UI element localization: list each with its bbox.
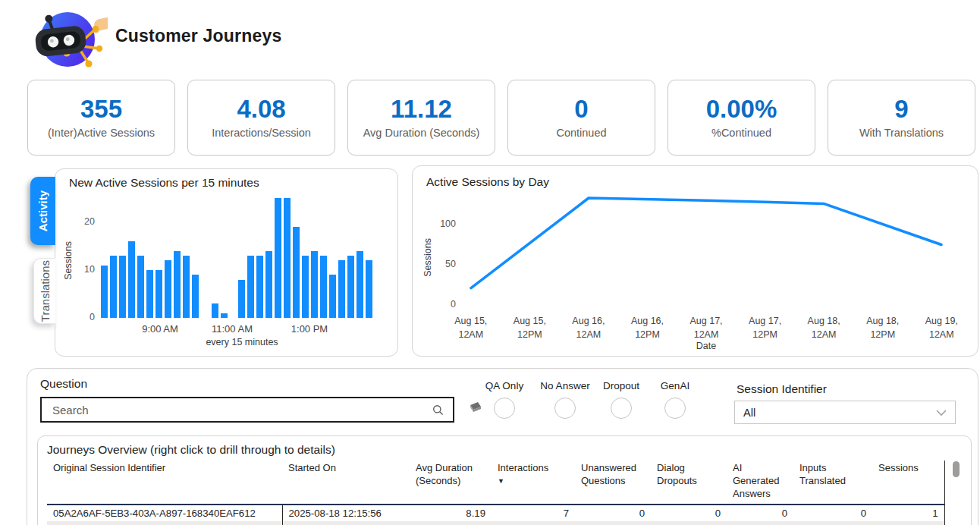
- toggle-no-answer: No Answer: [535, 380, 595, 419]
- bar-chart-bar[interactable]: [357, 251, 363, 318]
- table-cell[interactable]: 1: [872, 521, 944, 525]
- tab-translations[interactable]: Translations: [33, 258, 55, 324]
- bar-chart-bar[interactable]: [119, 256, 126, 318]
- bar-chart-bar[interactable]: [329, 275, 336, 318]
- kpi-value: 0: [574, 96, 588, 121]
- table-vertical-scrollbar[interactable]: [953, 461, 960, 477]
- bar-chart-bar[interactable]: [247, 256, 254, 318]
- bar-chart-bar[interactable]: [366, 260, 372, 318]
- tab-activity[interactable]: Activity: [30, 177, 55, 245]
- page-title: Customer Journeys: [115, 26, 281, 46]
- bar-chart-bar[interactable]: [137, 256, 144, 318]
- bar-chart-y-tick: 0: [75, 312, 95, 322]
- toggle-label: GenAI: [661, 380, 689, 391]
- toggle-dropout: Dropout: [591, 380, 652, 419]
- filters-panel: Question QA OnlyNo AnswerDropoutGenAI Se…: [27, 368, 978, 525]
- column-header[interactable]: Original Session Identifier: [47, 461, 282, 505]
- table-cell[interactable]: 0: [793, 505, 872, 521]
- column-header[interactable]: Inputs Translated: [793, 461, 872, 505]
- column-header[interactable]: Unanswered Questions: [575, 461, 651, 505]
- table-cell[interactable]: 7.98: [410, 521, 492, 525]
- column-header[interactable]: Sessions: [872, 461, 944, 505]
- bar-chart-bar[interactable]: [293, 227, 300, 318]
- bar-chart-bar[interactable]: [212, 303, 218, 318]
- line-chart-x-tick: Aug 17, 12AM: [677, 314, 736, 341]
- bar-chart-bar[interactable]: [165, 260, 171, 318]
- bar-chart-bar[interactable]: [146, 270, 153, 318]
- bar-chart-y-axis-title: Sessions: [63, 241, 74, 280]
- column-header-label: Unanswered Questions: [581, 462, 636, 486]
- bar-chart-bar[interactable]: [221, 313, 228, 318]
- table-cell[interactable]: 0: [727, 521, 793, 525]
- radio-button-icon[interactable]: [664, 398, 686, 419]
- line-chart-y-tick: 50: [434, 259, 456, 269]
- kpi-card-4[interactable]: 0Continued: [507, 80, 655, 156]
- sort-descending-icon[interactable]: ▼: [498, 477, 569, 486]
- toggle-label: Dropout: [603, 380, 639, 391]
- table-cell[interactable]: 2025-08-18 08:16:56: [282, 521, 410, 525]
- radio-button-icon[interactable]: [554, 398, 576, 419]
- bar-chart-bar[interactable]: [256, 256, 263, 318]
- bar-chart-bar[interactable]: [183, 256, 190, 318]
- bar-chart-bar[interactable]: [284, 198, 291, 318]
- search-input[interactable]: [42, 404, 432, 417]
- bar-chart-bar[interactable]: [174, 251, 181, 318]
- column-header[interactable]: Started On: [282, 461, 410, 505]
- kpi-card-3[interactable]: 11.12Avg Duration (Seconds): [347, 80, 495, 156]
- table-cell[interactable]: 0E876E30-0EEE-4201-B1DD-BBE779FED6CD: [47, 521, 282, 525]
- journeys-table: Original Session IdentifierStarted OnAvg…: [47, 461, 945, 525]
- bar-chart-bar[interactable]: [110, 256, 117, 318]
- table-cell[interactable]: 2025-08-18 12:15:56: [282, 505, 410, 521]
- table-cell[interactable]: 05A2A6AF-5EB3-403A-A897-168340EAF612: [47, 505, 282, 521]
- table-cell[interactable]: 1: [872, 505, 944, 521]
- column-header[interactable]: AI Generated Answers: [727, 461, 793, 505]
- bar-chart-bar[interactable]: [275, 198, 281, 318]
- kpi-card-2[interactable]: 4.08Interactions/Session: [187, 80, 335, 156]
- line-chart-x-tick: Aug 17, 12PM: [736, 314, 795, 341]
- bar-chart-bar[interactable]: [347, 256, 354, 318]
- kpi-row: 355(Inter)Active Sessions4.08Interaction…: [27, 80, 975, 156]
- chevron-down-icon: [935, 409, 947, 417]
- bar-chart-x-tick: 11:00 AM: [212, 322, 253, 337]
- kpi-card-1[interactable]: 355(Inter)Active Sessions: [27, 80, 175, 156]
- table-cell[interactable]: 0: [793, 521, 872, 525]
- table-cell[interactable]: 1: [575, 521, 651, 525]
- radio-button-icon[interactable]: [494, 398, 515, 419]
- bar-chart-bar[interactable]: [155, 270, 162, 318]
- table-cell[interactable]: 0: [575, 505, 651, 521]
- line-chart-y-tick: 0: [434, 299, 456, 310]
- session-identifier-dropdown[interactable]: All: [734, 401, 956, 424]
- column-header[interactable]: Interactions▼: [492, 461, 575, 505]
- bar-chart-bar[interactable]: [311, 251, 318, 318]
- column-header-label: Started On: [288, 462, 336, 473]
- line-chart-x-tick: Aug 18, 12PM: [853, 314, 912, 341]
- bar-chart-y-tick: 20: [75, 216, 95, 227]
- bar-chart-bar[interactable]: [265, 251, 272, 318]
- table-cell[interactable]: 0: [651, 505, 727, 521]
- table-header-row: Original Session IdentifierStarted OnAvg…: [47, 461, 944, 505]
- column-header[interactable]: Dialog Dropouts: [651, 461, 727, 505]
- line-chart-series[interactable]: [471, 198, 941, 288]
- kpi-value: 0.00%: [706, 96, 777, 121]
- bar-chart-bar[interactable]: [302, 256, 309, 318]
- radio-button-icon[interactable]: [611, 398, 632, 419]
- bar-chart-bar[interactable]: [128, 241, 135, 318]
- table-cell[interactable]: 8.19: [410, 505, 492, 521]
- bar-chart-bar[interactable]: [238, 280, 245, 318]
- session-identifier-label: Session Identifier: [737, 382, 827, 396]
- table-cell[interactable]: 7: [492, 521, 575, 525]
- bar-chart-bar[interactable]: [101, 266, 108, 318]
- table-cell[interactable]: 0: [727, 505, 793, 521]
- kpi-card-5[interactable]: 0.00%%Continued: [667, 80, 815, 156]
- bar-chart-bar[interactable]: [338, 260, 345, 318]
- kpi-card-6[interactable]: 9With Translations: [828, 80, 975, 156]
- bar-chart-bar[interactable]: [320, 256, 327, 318]
- bar-chart-bar[interactable]: [192, 275, 199, 318]
- app-logo-robot-icon: [32, 5, 108, 73]
- table-row[interactable]: 0E876E30-0EEE-4201-B1DD-BBE779FED6CD2025…: [47, 521, 944, 525]
- bar-chart-plot: [101, 189, 378, 318]
- column-header[interactable]: Avg Duration (Seconds): [410, 461, 492, 505]
- table-row[interactable]: 05A2A6AF-5EB3-403A-A897-168340EAF6122025…: [47, 505, 944, 521]
- table-cell[interactable]: 7: [492, 505, 575, 521]
- table-cell[interactable]: 0: [651, 521, 727, 525]
